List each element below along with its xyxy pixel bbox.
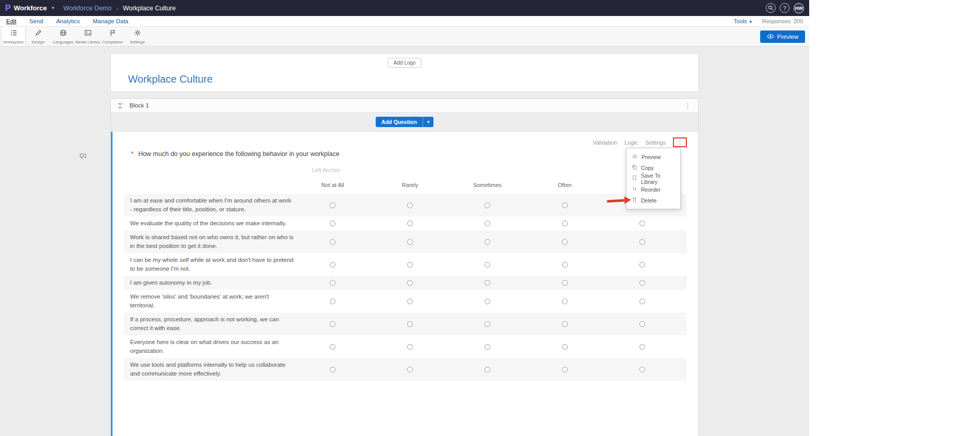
radio-option[interactable]	[407, 299, 413, 304]
radio-option[interactable]	[639, 299, 645, 304]
radio-option[interactable]	[407, 344, 413, 350]
radio-option[interactable]	[330, 344, 335, 350]
radio-option[interactable]	[485, 203, 490, 208]
radio-option[interactable]	[562, 344, 568, 350]
matrix-row: I can be my whole self while at work and…	[124, 253, 687, 276]
add-question-button[interactable]: Add Question ▼	[376, 117, 433, 127]
radio-option[interactable]	[562, 299, 568, 304]
statement-text[interactable]: I am at ease and comfortable when I'm ar…	[130, 196, 294, 214]
statement-text[interactable]: I can be my whole self while at work and…	[130, 256, 294, 273]
radio-option[interactable]	[407, 203, 413, 208]
radio-option[interactable]	[485, 280, 490, 286]
radio-option[interactable]	[639, 262, 645, 268]
menu-item-copy[interactable]: Copy	[626, 162, 680, 173]
radio-option[interactable]	[485, 321, 490, 327]
radio-option[interactable]	[485, 262, 490, 268]
breadcrumb: Workforce Demo › Workplace Culture	[63, 5, 176, 12]
statement-text[interactable]: I am given autonomy in my job.	[130, 278, 294, 287]
radio-option[interactable]	[485, 367, 490, 372]
radio-option[interactable]	[639, 321, 645, 327]
radio-option[interactable]	[485, 344, 490, 350]
block-kebab-icon[interactable]: ⋮	[684, 102, 691, 109]
toolbar-item-completion[interactable]: Completion	[100, 27, 125, 46]
brand-menu[interactable]: P Workforce ▼	[0, 4, 63, 13]
radio-option[interactable]	[485, 299, 490, 304]
radio-option[interactable]	[562, 203, 568, 208]
radio-option[interactable]	[639, 280, 645, 286]
radio-option[interactable]	[562, 239, 568, 245]
matrix-column-header[interactable]: Rarely	[372, 182, 449, 188]
toolbar-item-settings[interactable]: Settings	[125, 27, 150, 46]
chevron-down-icon[interactable]: ▼	[423, 117, 433, 127]
tab-manage-data[interactable]: Manage Data	[93, 18, 128, 24]
survey-title[interactable]: Workplace Culture	[128, 73, 213, 85]
search-icon[interactable]	[766, 3, 776, 13]
radio-option[interactable]	[562, 321, 568, 327]
question-kebab-icon[interactable]: ⋮	[677, 139, 683, 146]
statement-text[interactable]: If a process, procedure, approach is not…	[130, 315, 294, 333]
radio-option[interactable]	[330, 367, 335, 372]
question-text[interactable]: How much do you experience the following…	[138, 150, 340, 158]
radio-option[interactable]	[485, 239, 490, 245]
product-logo-icon: P	[5, 4, 11, 13]
tab-edit[interactable]: Edit	[6, 18, 17, 24]
add-logo-button[interactable]: Add Logo	[388, 58, 422, 68]
tab-send[interactable]: Send	[29, 18, 43, 24]
radio-option[interactable]	[639, 221, 645, 226]
radio-option[interactable]	[330, 321, 335, 327]
avatar[interactable]: HW	[794, 3, 804, 13]
left-anchor-placeholder[interactable]: Left Anchor	[312, 167, 341, 173]
matrix-column-header[interactable]: Not at All	[294, 182, 372, 188]
statement-text[interactable]: Work is shared based not on who owns it,…	[130, 233, 294, 251]
help-icon[interactable]: ?	[780, 3, 790, 13]
menu-item-preview[interactable]: Preview	[626, 151, 680, 162]
radio-option[interactable]	[330, 203, 335, 208]
radio-option[interactable]	[330, 239, 335, 245]
collapse-block-icon[interactable]	[117, 102, 123, 109]
nav-bar: Edit Send Analytics Manage Data Tools ▼ …	[0, 16, 809, 27]
menu-item-delete[interactable]: Delete	[626, 195, 680, 206]
settings-link[interactable]: Settings	[645, 139, 666, 146]
validation-link[interactable]: Validation	[592, 139, 617, 146]
radio-option[interactable]	[407, 367, 413, 372]
eye-icon	[632, 154, 638, 160]
statement-text[interactable]: We remove 'silos' and 'boundaries' at wo…	[130, 292, 294, 310]
tools-menu[interactable]: Tools ▼	[734, 18, 753, 24]
toolbar-item-workspace[interactable]: Workspace	[1, 27, 26, 46]
radio-option[interactable]	[330, 299, 335, 304]
logic-link[interactable]: Logic	[624, 139, 638, 146]
radio-option[interactable]	[407, 221, 413, 226]
menu-item-reorder[interactable]: Reorder	[626, 184, 680, 195]
radio-option[interactable]	[562, 280, 568, 286]
matrix-column-header[interactable]: Sometimes	[448, 182, 526, 188]
statement-text[interactable]: Everyone here is clear on what drives ou…	[130, 338, 294, 355]
radio-option[interactable]	[407, 239, 413, 245]
toolbar-item-media-library[interactable]: Media Library	[75, 27, 100, 46]
statement-text[interactable]: We evaluate the quality of the decisions…	[130, 219, 294, 228]
statement-text[interactable]: We use tools and platforms internally to…	[130, 361, 294, 378]
chevron-down-icon: ▼	[749, 20, 753, 24]
matrix-column-header[interactable]: Often	[526, 182, 603, 188]
toolbar-item-design[interactable]: Design	[26, 27, 51, 46]
radio-option[interactable]	[330, 262, 335, 268]
nav-right: Tools ▼ Responses: 200	[734, 18, 803, 24]
radio-option[interactable]	[562, 367, 568, 372]
radio-option[interactable]	[407, 262, 413, 268]
tab-analytics[interactable]: Analytics	[56, 18, 80, 24]
radio-option[interactable]	[330, 221, 335, 226]
matrix-row: Work is shared based not on who owns it,…	[124, 230, 687, 253]
toolbar-item-languages[interactable]: Languages	[51, 27, 75, 46]
radio-option[interactable]	[639, 344, 645, 350]
radio-option[interactable]	[562, 221, 568, 226]
radio-option[interactable]	[485, 221, 490, 226]
radio-option[interactable]	[407, 321, 413, 327]
radio-option[interactable]	[639, 239, 645, 245]
radio-option[interactable]	[330, 280, 335, 286]
matrix-row: We remove 'silos' and 'boundaries' at wo…	[124, 290, 687, 313]
breadcrumb-parent-link[interactable]: Workforce Demo	[63, 5, 112, 12]
radio-option[interactable]	[562, 262, 568, 268]
menu-item-save-to-library[interactable]: Save To Library	[626, 173, 680, 184]
radio-option[interactable]	[639, 367, 645, 372]
radio-option[interactable]	[407, 280, 413, 286]
preview-button[interactable]: Preview	[760, 30, 805, 43]
